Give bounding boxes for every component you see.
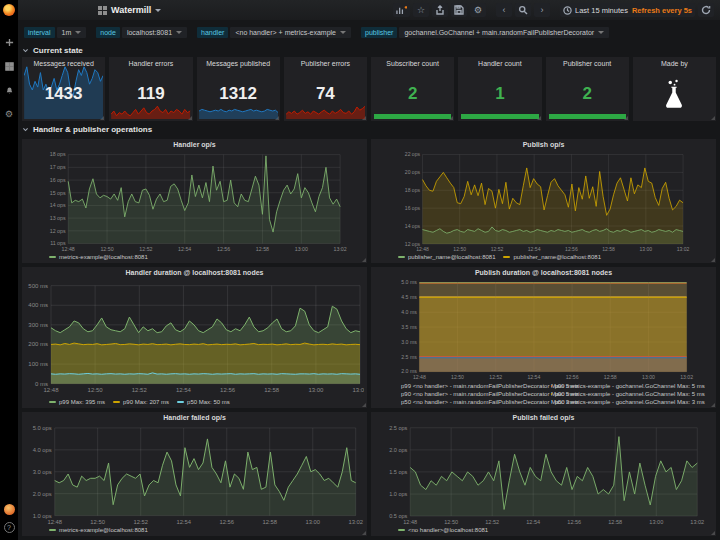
- grafana-logo-icon[interactable]: [3, 4, 15, 16]
- svg-text:2.5 ms: 2.5 ms: [401, 354, 417, 360]
- stat-handler-count[interactable]: Handler count 1: [458, 57, 541, 121]
- save-button[interactable]: [451, 3, 467, 17]
- settings-gear-button[interactable]: ⚙: [470, 3, 486, 17]
- legend-item[interactable]: p50 metrics-example - gochannel.GoChanne…: [551, 398, 704, 406]
- dashboards-icon[interactable]: [2, 59, 16, 73]
- svg-text:12:56: 12:56: [566, 374, 579, 380]
- panel-title[interactable]: Handler duration @ localhost:8081 nodes: [25, 269, 364, 280]
- publish-failed-ops-chart[interactable]: 0.5 ops1.0 ops1.5 ops2.0 ops2.5 ops12:48…: [374, 425, 713, 525]
- publish-duration-chart[interactable]: 2.0 ms2.5 ms3.0 ms3.5 ms4.0 ms4.5 ms5.0 …: [374, 280, 713, 380]
- sidebar: ⚙ ?: [0, 0, 18, 540]
- svg-text:13:02: 13:02: [348, 519, 363, 525]
- dashboard-title[interactable]: Watermill: [98, 5, 161, 15]
- stat-title: Handler count: [478, 60, 522, 67]
- stat-handler-errors[interactable]: Handler errors 119: [109, 57, 192, 121]
- legend-item[interactable]: p99 metrics-example - gochannel.GoChanne…: [551, 382, 704, 390]
- svg-text:12:52: 12:52: [139, 246, 152, 252]
- variable-publisher-value[interactable]: gochannel.GoChannel + main.randomFailPub…: [399, 27, 609, 38]
- legend-item[interactable]: publisher_name@localhost:8081: [503, 253, 600, 261]
- stat-title: Messages published: [206, 60, 270, 67]
- legend-item[interactable]: metrics-example@localhost:8081: [49, 526, 148, 534]
- row-current-state[interactable]: Current state: [22, 44, 716, 57]
- search-button[interactable]: [515, 3, 531, 17]
- stat-publisher-count[interactable]: Publisher count 2: [546, 57, 629, 121]
- legend-item[interactable]: p99 Max: 395 ms: [49, 398, 105, 406]
- panel-made-by[interactable]: Made by: [633, 57, 716, 121]
- cycle-prev-button[interactable]: ‹: [496, 3, 512, 17]
- legend: p99 <no handler> - main.randomFailPublis…: [374, 381, 713, 406]
- svg-text:12:48: 12:48: [43, 387, 59, 393]
- user-avatar[interactable]: [4, 504, 15, 515]
- svg-text:12:48: 12:48: [416, 246, 429, 252]
- panel-title[interactable]: Handler failed op/s: [25, 414, 364, 425]
- svg-text:12:50: 12:50: [88, 387, 104, 393]
- svg-text:12:58: 12:58: [604, 374, 617, 380]
- cycle-next-button[interactable]: ›: [534, 3, 550, 17]
- handler-duration-chart[interactable]: 0 ms100 ms200 ms300 ms400 ms500 ms12:481…: [25, 280, 364, 396]
- variable-publisher-label: publisher: [361, 27, 397, 38]
- svg-text:13:02: 13:02: [690, 519, 704, 525]
- svg-text:12:52: 12:52: [489, 374, 502, 380]
- variable-node-value[interactable]: localhost:8081: [122, 27, 187, 38]
- legend-item[interactable]: p50 Max: 50 ms: [177, 398, 230, 406]
- publish-ops-chart[interactable]: 12 ops14 ops16 ops18 ops20 ops22 ops12:4…: [374, 152, 713, 252]
- svg-text:12:50: 12:50: [100, 246, 113, 252]
- stat-gauge-bar: [461, 114, 538, 119]
- template-variables-bar: interval 1m node localhost:8081 handler …: [18, 20, 720, 44]
- svg-text:12:52: 12:52: [485, 519, 499, 525]
- share-button[interactable]: [432, 3, 448, 17]
- stat-messages-received[interactable]: Messages received 1433: [22, 57, 105, 121]
- stat-publisher-errors[interactable]: Publisher errors 74: [284, 57, 367, 121]
- svg-text:13:02: 13:02: [334, 246, 347, 252]
- legend-item[interactable]: metrics-example@localhost:8081: [49, 253, 148, 261]
- legend-item[interactable]: p50 <no handler> - main.randomFailPublis…: [398, 398, 551, 406]
- variable-handler-value[interactable]: <no handler> + metrics-example: [230, 27, 351, 38]
- star-button[interactable]: ☆: [413, 3, 429, 17]
- panel-publish-failed-ops: Publish failed op/s 0.5 ops1.0 ops1.5 op…: [371, 412, 716, 536]
- svg-text:18 ops: 18 ops: [50, 152, 66, 157]
- add-panel-button[interactable]: [393, 3, 410, 17]
- time-picker-button[interactable]: Last 15 minutes Refresh every 5s: [560, 3, 695, 17]
- variable-interval-value[interactable]: 1m: [57, 27, 87, 38]
- svg-text:18 ops: 18 ops: [405, 187, 421, 193]
- stat-messages-published[interactable]: Messages published 1312: [197, 57, 280, 121]
- svg-text:4.0 ms: 4.0 ms: [401, 309, 417, 315]
- legend-item[interactable]: p90 Max: 207 ms: [113, 398, 169, 406]
- legend-item[interactable]: p99 <no handler> - main.randomFailPublis…: [398, 382, 551, 390]
- svg-text:12:56: 12:56: [220, 387, 236, 393]
- panel-title[interactable]: Handler op/s: [25, 141, 364, 152]
- row-operations[interactable]: Handler & publisher operations: [22, 123, 716, 136]
- refresh-button[interactable]: [698, 3, 714, 17]
- alerting-bell-icon[interactable]: [2, 83, 16, 97]
- add-icon[interactable]: [2, 35, 16, 49]
- panel-title[interactable]: Publish duration @ localhost:8081 nodes: [374, 269, 713, 280]
- svg-text:15 ops: 15 ops: [50, 190, 66, 196]
- navbar: Watermill ☆ ⚙ ‹ ›: [18, 0, 720, 20]
- legend-item[interactable]: publisher_name@localhost:8081: [398, 253, 495, 261]
- configuration-gear-icon[interactable]: ⚙: [2, 107, 16, 121]
- handler-failed-ops-chart[interactable]: 1.0 ops2.0 ops3.0 ops4.0 ops5.0 ops12:48…: [25, 425, 364, 525]
- panel-title[interactable]: Publish op/s: [374, 141, 713, 152]
- stat-subscriber-count[interactable]: Subscriber count 2: [371, 57, 454, 121]
- svg-text:22 ops: 22 ops: [405, 152, 421, 157]
- legend-item[interactable]: <no handler>@localhost:8081: [398, 526, 488, 534]
- legend: metrics-example@localhost:8081: [25, 252, 364, 261]
- chevron-down-icon: [22, 47, 29, 54]
- legend: <no handler>@localhost:8081: [374, 525, 713, 534]
- panel-title[interactable]: Publish failed op/s: [374, 414, 713, 425]
- svg-text:0.5 ops: 0.5 ops: [389, 513, 407, 519]
- svg-text:12:52: 12:52: [133, 519, 148, 525]
- svg-text:12:54: 12:54: [527, 374, 540, 380]
- svg-text:400 ms: 400 ms: [28, 303, 48, 309]
- svg-text:1.5 ops: 1.5 ops: [389, 468, 407, 474]
- legend-item[interactable]: p90 metrics-example - gochannel.GoChanne…: [551, 390, 704, 398]
- svg-text:12:58: 12:58: [262, 519, 277, 525]
- stat-title: Messages received: [33, 60, 93, 67]
- svg-text:13:02: 13:02: [680, 374, 693, 380]
- variable-handler: handler <no handler> + metrics-example: [197, 27, 351, 38]
- legend-item[interactable]: p90 <no handler> - main.randomFailPublis…: [398, 390, 551, 398]
- help-icon[interactable]: ?: [4, 522, 15, 533]
- svg-text:3.5 ms: 3.5 ms: [401, 324, 417, 330]
- handler-ops-chart[interactable]: 11 ops12 ops13 ops14 ops15 ops16 ops17 o…: [25, 152, 364, 252]
- svg-text:12:54: 12:54: [528, 246, 541, 252]
